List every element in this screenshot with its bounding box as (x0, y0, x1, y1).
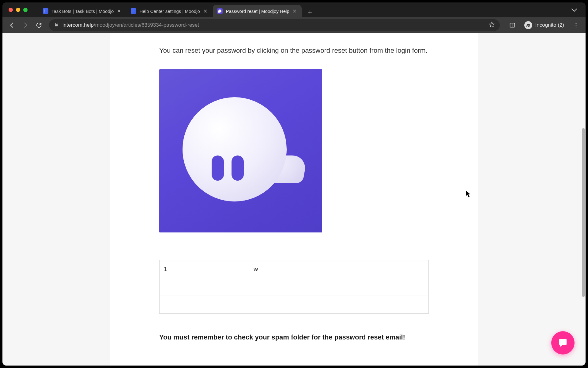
svg-rect-0 (55, 24, 58, 26)
table-cell (160, 278, 249, 296)
lock-icon (54, 22, 59, 29)
svg-point-6 (576, 23, 577, 24)
tab-title: Password reset | Moodjoy Help (226, 9, 289, 14)
tab-task-bots[interactable]: Task Bots | Task Bots | Moodjo ✕ (39, 5, 126, 17)
svg-point-3 (526, 25, 528, 27)
back-button[interactable] (6, 19, 18, 31)
tab-overflow-button[interactable] (567, 8, 582, 12)
window-maximize-button[interactable] (23, 8, 28, 12)
svg-point-4 (528, 25, 530, 27)
table-cell: 1 (160, 260, 249, 278)
table-cell (339, 278, 429, 296)
forward-button[interactable] (20, 19, 31, 31)
close-tab-button[interactable]: ✕ (116, 8, 122, 14)
chat-launcher[interactable] (551, 331, 575, 355)
bookmark-button[interactable] (489, 21, 495, 29)
article-intro: You can reset your password by clicking … (159, 45, 429, 56)
tab-title: Task Bots | Task Bots | Moodjo (51, 9, 114, 14)
table-row (160, 278, 429, 296)
panel-button[interactable] (507, 19, 518, 31)
table-row: 1 w (160, 260, 429, 278)
intercom-icon (131, 8, 136, 14)
scrollbar[interactable] (582, 128, 585, 297)
close-tab-button[interactable]: ✕ (202, 8, 208, 14)
table-row (160, 296, 429, 314)
window-close-button[interactable] (9, 8, 13, 12)
article-table: 1 w (159, 260, 429, 314)
incognito-label: Incognito (2) (535, 22, 564, 28)
tabs: Task Bots | Task Bots | Moodjo ✕ Help Ce… (39, 2, 567, 17)
tab-strip: Task Bots | Task Bots | Moodjo ✕ Help Ce… (2, 2, 586, 17)
browser-window: Task Bots | Task Bots | Moodjo ✕ Help Ce… (2, 2, 586, 366)
incognito-icon (524, 21, 532, 29)
address-bar[interactable]: intercom.help/moodjoy/en/articles/635933… (49, 19, 500, 31)
toolbar-right: Incognito (2) (504, 19, 582, 31)
toolbar: intercom.help/moodjoy/en/articles/635933… (2, 17, 586, 33)
intercom-icon (43, 8, 48, 14)
window-minimize-button[interactable] (16, 8, 20, 12)
table-cell (249, 296, 339, 314)
new-tab-button[interactable]: ＋ (305, 7, 315, 17)
table-cell (160, 296, 249, 314)
table-cell (339, 260, 429, 278)
close-tab-button[interactable]: ✕ (292, 8, 297, 14)
table-cell (249, 278, 339, 296)
menu-button[interactable] (570, 19, 582, 31)
window-controls (6, 8, 31, 12)
table-cell (339, 296, 429, 314)
ghost-icon (217, 8, 223, 14)
reload-button[interactable] (33, 19, 45, 31)
chat-icon (557, 337, 568, 348)
incognito-indicator[interactable]: Incognito (2) (521, 20, 567, 30)
svg-point-8 (576, 27, 577, 28)
tab-title: Help Center settings | Moodjo (139, 9, 200, 14)
article-image[interactable] (159, 69, 322, 232)
viewport[interactable]: You can reset your password by clicking … (2, 33, 586, 366)
article: You can reset your password by clicking … (110, 33, 478, 366)
url-host: intercom.help (62, 22, 94, 28)
url-path: /moodjoy/en/articles/6359334-password-re… (94, 22, 199, 28)
url-text: intercom.help/moodjoy/en/articles/635933… (62, 22, 484, 28)
svg-rect-1 (510, 23, 514, 27)
ghost-logo (183, 97, 299, 205)
article-note: You must remember to check your spam fol… (159, 332, 429, 342)
svg-point-7 (576, 25, 577, 26)
tab-password-reset[interactable]: Password reset | Moodjoy Help ✕ (213, 5, 301, 17)
table-cell: w (249, 260, 339, 278)
tab-help-center[interactable]: Help Center settings | Moodjo ✕ (126, 5, 212, 17)
